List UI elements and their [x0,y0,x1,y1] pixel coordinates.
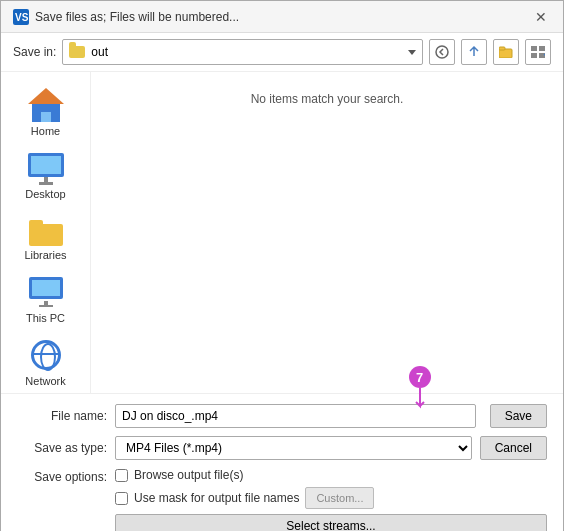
svg-rect-5 [531,46,537,51]
close-button[interactable]: ✕ [531,7,551,27]
browse-output-row: Browse output file(s) [115,468,547,482]
save-as-type-select[interactable]: MP4 Files (*.mp4) [115,436,472,460]
back-icon [435,45,449,59]
file-name-input-wrap: 7 [115,404,482,428]
browse-output-label[interactable]: Browse output file(s) [134,468,243,482]
save-in-row: Save in: out [1,33,563,72]
sidebar-item-thispc-label: This PC [26,312,65,324]
use-mask-row: Use mask for output file names Custom... [115,487,547,509]
sidebar-item-desktop[interactable]: Desktop [8,147,84,206]
main-content: Home Desktop Libraries [1,72,563,393]
folder-icon [69,46,85,58]
sidebar-item-home[interactable]: Home [8,82,84,143]
save-as-type-label: Save as type: [17,441,107,455]
sidebar-item-thispc[interactable]: This PC [8,271,84,330]
use-mask-checkbox[interactable] [115,492,128,505]
save-options-content: Browse output file(s) Use mask for outpu… [115,468,547,531]
save-button[interactable]: Save [490,404,547,428]
browse-output-checkbox[interactable] [115,469,128,482]
new-folder-button[interactable] [493,39,519,65]
thispc-icon [28,277,64,309]
svg-rect-4 [499,47,505,50]
save-in-label: Save in: [13,45,56,59]
sidebar-item-libraries[interactable]: Libraries [8,210,84,267]
save-options-label: Save options: [17,468,107,484]
cancel-button[interactable]: Cancel [480,436,547,460]
save-options-row: Save options: Browse output file(s) Use … [17,468,547,531]
app-icon: VS [13,9,29,25]
save-as-type-row: Save as type: MP4 Files (*.mp4) Cancel [17,436,547,460]
annotation-number-7: 7 [409,366,431,388]
back-button[interactable] [429,39,455,65]
views-button[interactable] [525,39,551,65]
dialog-title: Save files as; Files will be numbered... [35,10,239,24]
svg-rect-7 [531,53,537,58]
save-in-dropdown[interactable]: out [62,39,423,65]
network-icon [28,340,64,372]
svg-rect-6 [539,46,545,51]
select-streams-button[interactable]: Select streams... [115,514,547,531]
views-icon [531,46,545,58]
title-bar-left: VS Save files as; Files will be numbered… [13,9,239,25]
file-name-row: File name: 7 Save [17,404,547,428]
sidebar-item-network[interactable]: Network [8,334,84,393]
save-in-value: out [91,45,108,59]
chevron-down-icon [408,50,416,55]
up-icon [467,45,481,59]
home-icon [28,88,64,122]
title-bar: VS Save files as; Files will be numbered… [1,1,563,33]
sidebar-item-home-label: Home [31,125,60,137]
file-area: No items match your search. [91,72,563,393]
save-as-type-input-wrap: MP4 Files (*.mp4) [115,436,472,460]
sidebar-item-network-label: Network [25,375,65,387]
svg-text:VS: VS [15,12,29,23]
new-folder-icon [499,46,513,58]
file-name-label: File name: [17,409,107,423]
svg-rect-8 [539,53,545,58]
svg-point-2 [436,46,448,58]
custom-button[interactable]: Custom... [305,487,374,509]
sidebar: Home Desktop Libraries [1,72,91,393]
bottom-section: File name: 7 Save Save as type: [1,393,563,531]
libraries-icon [28,216,64,246]
use-mask-label[interactable]: Use mask for output file names [134,491,299,505]
annotation-arrow [408,388,432,412]
sidebar-item-libraries-label: Libraries [24,249,66,261]
up-button[interactable] [461,39,487,65]
desktop-icon [28,153,64,185]
sidebar-item-desktop-label: Desktop [25,188,65,200]
empty-message: No items match your search. [251,92,404,106]
save-dialog: VS Save files as; Files will be numbered… [0,0,564,531]
